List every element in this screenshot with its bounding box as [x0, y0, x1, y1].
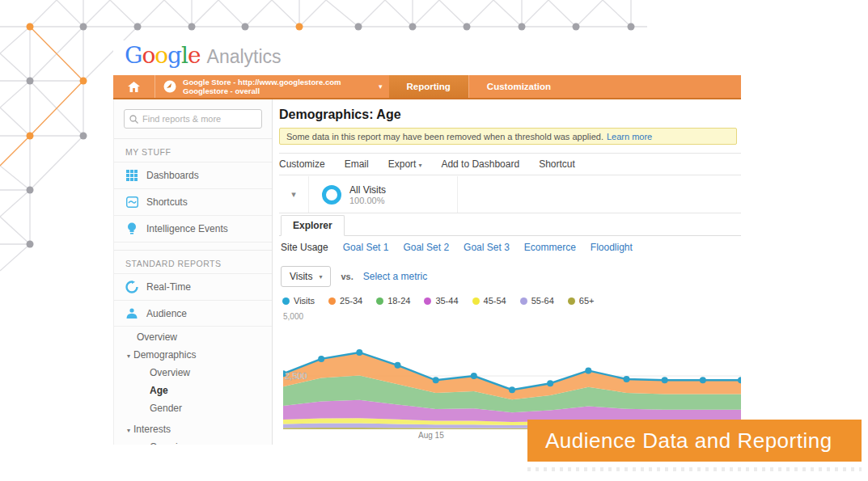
segment-donut-icon	[322, 185, 341, 205]
tab-reporting[interactable]: Reporting	[389, 75, 468, 98]
tree-item-overview[interactable]: Overview	[114, 328, 272, 346]
tree-item-gender[interactable]: Gender	[114, 399, 272, 417]
notice-text: Some data in this report may have been r…	[286, 132, 603, 141]
analytics-window: GoogleAnalytics Google Store - http://ww…	[113, 40, 741, 445]
x-axis-tick: Aug 15	[418, 431, 444, 440]
metric-dropdown[interactable]: Visits ▾	[281, 266, 331, 287]
add-to-dashboard-button[interactable]: Add to Dashboard	[441, 158, 519, 170]
tree-item-demographics-overview[interactable]: Overview	[114, 364, 272, 382]
subtab-floodlight[interactable]: Floodlight	[591, 242, 633, 253]
metric-group-links: Site Usage Goal Set 1 Goal Set 2 Goal Se…	[281, 242, 633, 253]
report-main: Demographics: Age Some data in this repo…	[279, 99, 741, 445]
home-icon	[128, 82, 140, 92]
legend-item: 18-24	[376, 296, 410, 306]
legend-label: 35-44	[435, 296, 458, 306]
caret-down-icon: ▾	[418, 162, 421, 169]
lightbulb-icon	[127, 222, 137, 235]
report-search[interactable]	[124, 109, 262, 129]
account-selector[interactable]: Google Store - http://www.googlestore.co…	[155, 75, 379, 98]
chart-area: 2,500	[283, 323, 741, 429]
google-analytics-logo: GoogleAnalytics	[125, 42, 282, 73]
legend-label: Visits	[294, 296, 315, 306]
legend-label: 65+	[579, 296, 595, 306]
home-button[interactable]	[113, 75, 155, 98]
account-globe-icon	[163, 80, 176, 93]
search-input[interactable]	[142, 114, 248, 124]
shortcuts-icon	[126, 196, 138, 208]
sidebar-item-label: Shortcuts	[146, 196, 188, 208]
legend-item: 35-44	[424, 296, 458, 306]
realtime-icon	[125, 281, 138, 293]
segment-all-visits[interactable]: All Visits 100.00%	[308, 176, 458, 213]
visits-chart[interactable]: 2,500	[283, 323, 741, 429]
vs-label: vs.	[341, 272, 353, 281]
tree-item-age[interactable]: Age	[114, 382, 272, 399]
sidebar-item-real-time[interactable]: Real-Time	[114, 273, 272, 300]
legend-item: Visits	[282, 296, 315, 306]
logo-product-name: Analytics	[207, 46, 282, 67]
tree-item-interests[interactable]: ▾Interests	[114, 420, 272, 438]
account-line2: Googlestore - overall	[183, 86, 341, 95]
legend-dot-icon	[520, 297, 527, 305]
legend-item: 55-64	[520, 296, 554, 306]
legend-label: 55-64	[531, 296, 554, 306]
email-button[interactable]: Email	[345, 158, 369, 170]
metric-picker-row: Visits ▾ vs. Select a metric	[281, 266, 427, 287]
legend-item: 25-34	[328, 296, 362, 306]
banner-title: Audience Data and Reporting	[545, 428, 832, 454]
subtab-goal-set-2[interactable]: Goal Set 2	[403, 242, 449, 253]
chart-legend: Visits25-3418-2435-4445-5455-6465+	[282, 296, 594, 306]
banner-ghost-dots	[527, 467, 862, 471]
audience-report-tree: Overview ▾Demographics Overview Age Gend…	[114, 328, 272, 445]
section-header-standard-reports: STANDARD REPORTS	[114, 250, 272, 273]
sidebar-item-shortcuts[interactable]: Shortcuts	[114, 188, 272, 215]
shortcut-button[interactable]: Shortcut	[539, 158, 575, 170]
learn-more-link[interactable]: Learn more	[607, 132, 652, 141]
export-button[interactable]: Export▾	[388, 158, 422, 170]
subtab-goal-set-1[interactable]: Goal Set 1	[343, 242, 389, 253]
legend-label: 18-24	[387, 296, 410, 306]
tab-explorer[interactable]: Explorer	[281, 215, 345, 236]
sidebar-item-dashboards[interactable]: Dashboards	[114, 162, 272, 188]
explorer-tabstrip: Explorer	[279, 214, 741, 236]
dashboards-icon	[126, 170, 138, 181]
legend-dot-icon	[568, 297, 575, 305]
sidebar-item-label: Audience	[146, 308, 187, 319]
legend-label: 25-34	[340, 296, 362, 306]
tree-item-interests-overview[interactable]: Overview	[114, 438, 272, 445]
top-navbar: Google Store - http://www.googlestore.co…	[113, 75, 741, 99]
search-icon	[129, 115, 138, 124]
segment-chevron-icon[interactable]: ▾	[279, 189, 308, 200]
subtab-ecommerce[interactable]: Ecommerce	[524, 242, 576, 253]
report-sidebar: MY STUFF Dashboards Shortcuts Intelligen…	[113, 99, 273, 445]
legend-dot-icon	[376, 297, 383, 305]
report-toolbar: Customize Email Export▾ Add to Dashboard…	[279, 153, 741, 175]
audience-icon	[125, 308, 138, 319]
tree-caret-icon: ▾	[127, 427, 130, 434]
segment-row: ▾ All Visits 100.00%	[279, 176, 741, 213]
select-metric-link[interactable]: Select a metric	[363, 271, 427, 282]
y-axis-tick-5000: 5,000	[283, 312, 303, 321]
svg-text:2,500: 2,500	[285, 371, 307, 381]
threshold-notice: Some data in this report may have been r…	[279, 128, 737, 145]
sidebar-item-intelligence-events[interactable]: Intelligence Events	[114, 215, 272, 242]
tree-caret-icon: ▾	[127, 352, 130, 360]
tab-customization[interactable]: Customization	[468, 75, 569, 98]
subtab-site-usage[interactable]: Site Usage	[281, 242, 328, 253]
legend-item: 65+	[568, 296, 595, 306]
legend-item: 45-54	[472, 296, 506, 306]
sidebar-item-label: Real-Time	[146, 281, 191, 293]
subtab-goal-set-3[interactable]: Goal Set 3	[464, 242, 510, 253]
legend-dot-icon	[282, 297, 290, 305]
caret-down-icon: ▾	[319, 273, 322, 281]
google-logo: Google	[125, 42, 201, 69]
account-caret-icon[interactable]: ▾	[379, 82, 383, 91]
lower-third-banner: Audience Data and Reporting	[527, 420, 862, 462]
segment-name: All Visits	[349, 184, 386, 196]
sidebar-item-audience[interactable]: Audience	[114, 300, 272, 327]
page-title: Demographics: Age	[279, 108, 401, 122]
customize-button[interactable]: Customize	[279, 158, 325, 170]
tree-item-demographics[interactable]: ▾Demographics	[114, 346, 272, 364]
legend-dot-icon	[424, 297, 431, 305]
segment-percent: 100.00%	[349, 196, 386, 205]
